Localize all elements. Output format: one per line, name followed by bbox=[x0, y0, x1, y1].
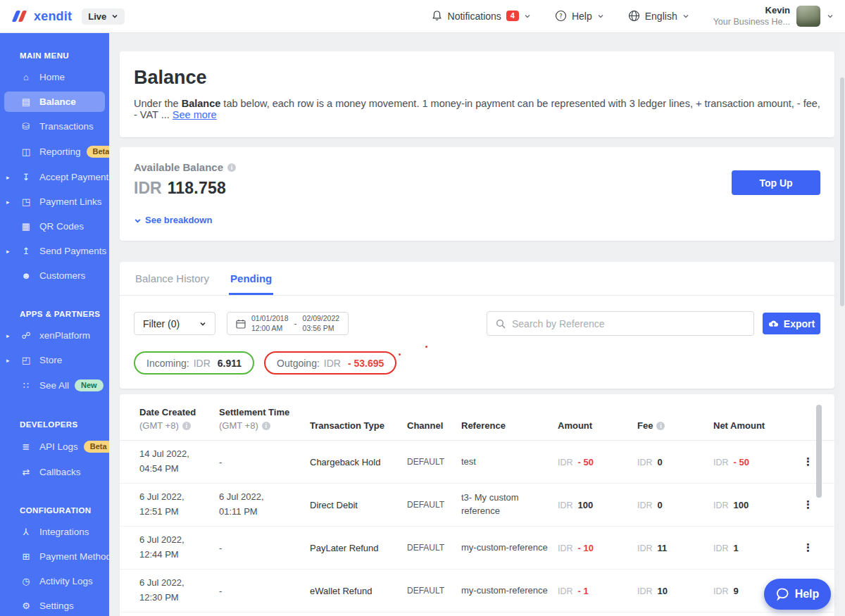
payment-methods-icon: ⊞ bbox=[20, 551, 32, 562]
stray-dot bbox=[399, 353, 401, 356]
date-range-picker[interactable]: 01/01/201812:00 AM - 02/09/202203:56 PM bbox=[227, 312, 349, 335]
export-label: Export bbox=[784, 318, 815, 329]
send-payments-icon: ↥ bbox=[20, 246, 32, 256]
export-button[interactable]: Export bbox=[763, 313, 820, 334]
reference-cell: my-custom-reference bbox=[461, 584, 558, 598]
see-breakdown-link[interactable]: See breakdown bbox=[134, 215, 820, 225]
top-header: xendit Live Notifications 4 ? Help Engli… bbox=[0, 0, 845, 33]
row-actions-kebab-icon[interactable]: ⋮ bbox=[796, 498, 820, 511]
svg-text:?: ? bbox=[559, 13, 563, 20]
sidebar-item-label: Payment Methods bbox=[39, 551, 109, 562]
filter-dropdown[interactable]: Filter (0) bbox=[134, 312, 215, 335]
sidebar-item-qr-codes[interactable]: ▦ QR Codes bbox=[4, 216, 105, 237]
transactions-icon: ⛁ bbox=[20, 121, 32, 132]
transaction-type-cell: PayLater Refund bbox=[310, 543, 407, 553]
incoming-currency: IDR bbox=[194, 358, 211, 369]
sidebar-item-payment-methods[interactable]: ⊞ Payment Methods bbox=[4, 546, 105, 567]
col-header-channel[interactable]: Channel bbox=[407, 420, 461, 431]
channel-cell: DEFAULT bbox=[407, 500, 461, 510]
sidebar-item-label: Home bbox=[39, 72, 65, 82]
xendit-logo-icon bbox=[13, 9, 28, 23]
search-input[interactable] bbox=[512, 318, 745, 329]
sidebar-item-integrations[interactable]: ⅄ Integrations bbox=[4, 522, 105, 542]
end-date: 02/09/2022 bbox=[303, 314, 340, 322]
col-header-amount[interactable]: Amount bbox=[558, 420, 637, 431]
sidebar-item-home[interactable]: ⌂ Home bbox=[4, 67, 105, 87]
transaction-type-cell: eWallet Refund bbox=[310, 586, 407, 596]
sidebar-item-activity-logs[interactable]: ◷ Activity Logs bbox=[4, 571, 105, 591]
see-breakdown-label: See breakdown bbox=[145, 215, 212, 225]
tab-balance-history[interactable]: Balance History bbox=[134, 262, 211, 295]
sidebar-item-label: Accept Payments bbox=[39, 172, 109, 182]
header-line1: Settlement Time bbox=[219, 407, 310, 417]
fee-cell: IDR0 bbox=[637, 457, 713, 467]
chevron-down-icon bbox=[827, 13, 834, 20]
col-header-transaction-type[interactable]: Transaction Type bbox=[310, 420, 407, 431]
see-all-grid-icon: ∷ bbox=[20, 380, 32, 391]
amount-cell: IDR- 1 bbox=[558, 586, 637, 596]
sidebar-item-customers[interactable]: ☻ Customers bbox=[4, 265, 105, 286]
sidebar-item-send-payments[interactable]: ▸ ↥ Send Payments bbox=[4, 241, 105, 261]
row-actions-kebab-icon[interactable]: ⋮ bbox=[796, 541, 820, 554]
start-time: 12:00 AM bbox=[251, 324, 282, 332]
customers-icon: ☻ bbox=[20, 270, 32, 281]
table-scrollbar-thumb[interactable] bbox=[816, 405, 822, 498]
sidebar-item-payment-links[interactable]: ▸ ◳ Payment Links bbox=[4, 191, 105, 212]
date-range-end: 02/09/202203:56 PM bbox=[303, 314, 340, 332]
outgoing-total-pill: Outgoing: IDR - 53.695 bbox=[264, 351, 396, 375]
help-float-label: Help bbox=[795, 588, 820, 601]
see-more-link[interactable]: See more bbox=[173, 109, 217, 120]
sidebar-item-settings[interactable]: ⚙ Settings bbox=[4, 596, 105, 616]
account-menu[interactable]: Kevin Your Business He... bbox=[713, 4, 834, 28]
notifications-label: Notifications bbox=[448, 11, 501, 22]
sidebar-item-label: Send Payments bbox=[39, 246, 106, 256]
sidebar-item-transactions[interactable]: ⛁ Transactions bbox=[4, 116, 105, 137]
section-title-main-menu: MAIN MENU bbox=[4, 51, 105, 60]
environment-switcher[interactable]: Live bbox=[82, 8, 125, 25]
net-amount-cell: IDR- 50 bbox=[713, 457, 796, 467]
language-label: English bbox=[645, 11, 677, 22]
col-header-date-created[interactable]: Date Created (GMT +8)i bbox=[139, 407, 219, 431]
currency-label: IDR bbox=[134, 179, 162, 197]
info-icon[interactable]: i bbox=[182, 422, 191, 430]
brand[interactable]: xendit Live bbox=[0, 8, 125, 25]
balance-value: 118.758 bbox=[168, 179, 226, 197]
transaction-type-cell: Chargeback Hold bbox=[310, 457, 407, 467]
amount-cell: IDR- 10 bbox=[558, 543, 637, 553]
language-menu[interactable]: English bbox=[628, 10, 689, 22]
info-icon[interactable]: i bbox=[656, 422, 665, 430]
tab-bar: Balance History Pending bbox=[120, 262, 834, 296]
sidebar-item-api-logs[interactable]: ≣ API Logs Beta bbox=[4, 436, 105, 458]
notifications-menu[interactable]: Notifications 4 bbox=[431, 10, 531, 22]
sidebar-item-store[interactable]: ▸ ◰ Store bbox=[4, 350, 105, 370]
top-up-button[interactable]: Top Up bbox=[732, 170, 820, 195]
avatar bbox=[796, 6, 820, 27]
table-row: 6 Jul 2022,12:44 PM - PayLater Refund DE… bbox=[120, 527, 834, 570]
callbacks-icon: ⇄ bbox=[20, 467, 32, 477]
col-header-reference[interactable]: Reference bbox=[461, 420, 558, 431]
header-line2: (GMT +8) bbox=[219, 420, 258, 431]
col-header-net-amount[interactable]: Net Amount bbox=[713, 420, 796, 431]
pending-transactions-table-card: Date Created (GMT +8)i Settlement Time (… bbox=[120, 394, 834, 616]
info-icon[interactable]: i bbox=[262, 422, 270, 430]
help-menu[interactable]: ? Help bbox=[555, 10, 604, 22]
section-title-developers: DEVELOPERS bbox=[4, 420, 105, 429]
header-line2: (GMT +8) bbox=[139, 420, 179, 431]
sidebar-item-xenplatform[interactable]: ▸ ☍ xenPlatform bbox=[4, 325, 105, 346]
notifications-count-badge: 4 bbox=[506, 11, 519, 21]
sidebar-item-callbacks[interactable]: ⇄ Callbacks bbox=[4, 462, 105, 482]
col-header-settlement-time[interactable]: Settlement Time (GMT +8)i bbox=[219, 407, 310, 431]
info-icon[interactable]: i bbox=[227, 163, 236, 172]
col-header-fee[interactable]: Feei bbox=[637, 420, 713, 431]
tab-pending[interactable]: Pending bbox=[229, 262, 273, 295]
sidebar-item-balance[interactable]: ▤ Balance bbox=[4, 92, 105, 112]
page-scrollbar-track[interactable] bbox=[839, 33, 845, 616]
search-field[interactable] bbox=[487, 311, 754, 336]
sidebar-item-accept-payments[interactable]: ▸ ↧ Accept Payments bbox=[4, 167, 105, 187]
help-floating-button[interactable]: Help bbox=[764, 579, 831, 610]
fee-cell: IDR10 bbox=[637, 586, 713, 596]
payment-links-icon: ◳ bbox=[20, 196, 32, 207]
sidebar-item-reporting[interactable]: ◫ Reporting Beta bbox=[4, 141, 105, 163]
page-scrollbar-thumb[interactable] bbox=[840, 77, 844, 306]
sidebar-item-see-all[interactable]: ∷ See All New bbox=[4, 375, 105, 396]
